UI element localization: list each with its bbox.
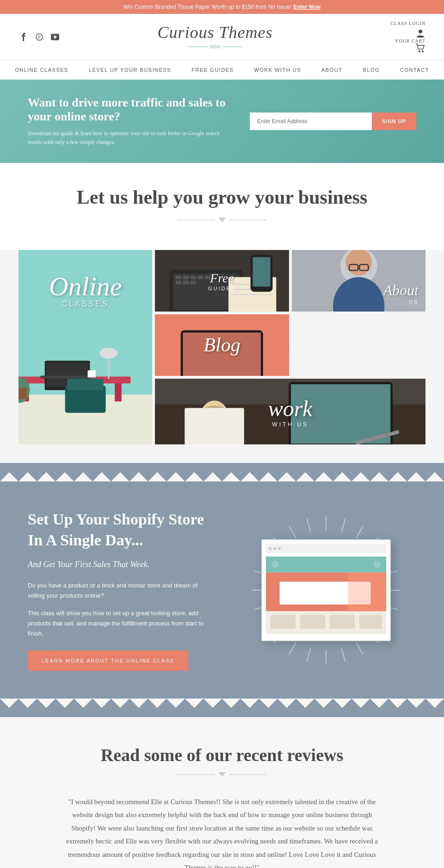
shopify-headline: Set Up Your Shopify Store In A Single Da…: [28, 509, 208, 550]
svg-line-81: [342, 648, 345, 662]
shopify-text: Set Up Your Shopify Store In A Single Da…: [28, 509, 208, 670]
nav-about[interactable]: ABOUT: [311, 61, 352, 79]
svg-point-53: [345, 250, 372, 275]
svg-rect-95: [266, 556, 386, 572]
svg-line-71: [342, 518, 345, 532]
zigzag-separator-top: [0, 463, 444, 481]
cart-area: YOUR CART: [370, 28, 426, 53]
svg-line-80: [356, 642, 363, 654]
shopify-mockup: [236, 539, 416, 641]
svg-rect-27: [68, 379, 104, 390]
hero-divider: [18, 218, 426, 222]
header-right: CLASS LOGIN YOUR CART: [370, 21, 426, 53]
top-banner: Win Custom Branded Tissue Paper Worth up…: [0, 0, 444, 14]
hero-section: Let us help you grow your business: [0, 163, 444, 250]
logo-text: Curious Themes: [60, 23, 370, 42]
svg-rect-102: [300, 615, 325, 629]
svg-rect-32: [88, 370, 96, 378]
about-us-tile[interactable]: About US: [292, 250, 426, 312]
nav-free-guides[interactable]: FREE GUIDES: [181, 61, 244, 79]
svg-point-7: [217, 45, 220, 48]
signup-button[interactable]: SIGN UP: [372, 112, 416, 130]
logo-tagline: [60, 43, 370, 51]
svg-point-9: [419, 30, 422, 33]
shopify-section: Set Up Your Shopify Store In A Single Da…: [0, 481, 444, 698]
svg-marker-106: [0, 699, 444, 717]
blog-tile[interactable]: Blog: [155, 314, 289, 376]
class-login[interactable]: CLASS LOGIN: [370, 21, 426, 26]
user-icon: [415, 28, 426, 38]
nav-level-up[interactable]: LEVEL UP YOUR BUSINESS: [79, 61, 181, 79]
banner-link[interactable]: Enter Now: [293, 4, 321, 10]
your-cart-label[interactable]: YOUR CART: [395, 38, 426, 44]
main-nav: ONLINE CLASSES LEVEL UP YOUR BUSINESS FR…: [0, 60, 444, 80]
header: P Curious Themes CLASS LOGIN YOUR CART: [0, 14, 444, 60]
learn-more-button[interactable]: LEARN MORE ABOUT THE ONLINE CLASS: [28, 650, 188, 671]
facebook-icon[interactable]: [18, 32, 29, 42]
svg-rect-101: [271, 615, 296, 629]
nav-work-with-us[interactable]: WORK WITH US: [244, 61, 311, 79]
svg-point-6: [214, 45, 216, 48]
promo-form: SIGN UP: [250, 112, 416, 130]
svg-line-72: [356, 526, 363, 538]
nav-online-classes[interactable]: ONLINE CLASSES: [5, 61, 79, 79]
review-divider: [37, 772, 407, 777]
svg-point-99: [373, 561, 381, 568]
free-guides-tile[interactable]: Free GUIDES: [155, 250, 289, 312]
shopify-paragraph2: This class will show you how to set up a…: [28, 608, 208, 639]
browser-mockup: [261, 539, 391, 641]
shopify-paragraph1: Do you have a product or a brick and mor…: [28, 581, 208, 601]
svg-rect-103: [330, 615, 355, 629]
shopify-subheadline: And Get Your First Sales That Week.: [28, 557, 208, 572]
svg-text:P: P: [38, 35, 41, 40]
svg-point-11: [422, 50, 424, 52]
reviews-headline: Read some of our recent reviews: [37, 745, 407, 765]
mockup-content: [266, 556, 386, 635]
svg-line-92: [289, 526, 296, 538]
svg-line-83: [307, 648, 311, 662]
reviews-section: Read some of our recent reviews "I would…: [0, 717, 444, 868]
work-with-us-tile[interactable]: work WITH US: [155, 379, 426, 445]
logo-area: Curious Themes: [60, 23, 370, 51]
svg-rect-25: [40, 376, 94, 379]
svg-rect-22: [115, 384, 122, 402]
banner-text: Win Custom Branded Tissue Paper Worth up…: [123, 4, 292, 10]
promo-headline: Want to drive more traffic and sales to …: [28, 96, 231, 124]
pinterest-icon[interactable]: P: [34, 32, 44, 42]
nav-blog[interactable]: BLOG: [352, 61, 390, 79]
zigzag-separator-bottom: [0, 699, 444, 717]
promo-text: Want to drive more traffic and sales to …: [28, 96, 231, 147]
svg-point-10: [419, 50, 420, 52]
svg-rect-29: [18, 388, 27, 399]
online-classes-tile[interactable]: Online CLASSES: [18, 250, 152, 444]
email-input[interactable]: [250, 112, 372, 130]
hero-headline: Let us help you grow your business: [18, 186, 426, 208]
nav-contact[interactable]: CONTACT: [390, 61, 439, 79]
image-grid: Online CLASSES: [18, 250, 426, 444]
browser-bar: [266, 544, 386, 553]
svg-line-93: [307, 518, 311, 532]
svg-rect-104: [359, 615, 382, 629]
svg-marker-69: [0, 463, 444, 481]
cart-icon[interactable]: [415, 44, 426, 53]
svg-point-31: [99, 348, 117, 358]
review-text: "I would beyond recommend Elle at Curiou…: [60, 795, 384, 868]
promo-body: Download our guide & learn how to optimi…: [28, 129, 231, 147]
svg-line-84: [289, 642, 296, 654]
social-icons: P: [18, 32, 60, 42]
promo-banner: Want to drive more traffic and sales to …: [0, 80, 444, 163]
youtube-icon[interactable]: [50, 32, 60, 42]
svg-rect-105: [348, 572, 386, 611]
svg-point-98: [271, 561, 279, 568]
svg-point-5: [210, 45, 213, 48]
